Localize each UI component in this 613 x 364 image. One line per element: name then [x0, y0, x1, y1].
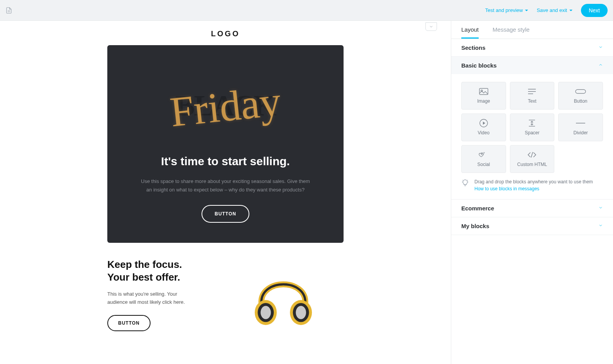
block-button[interactable]: Button: [558, 82, 603, 110]
block-button-label: Button: [574, 98, 588, 104]
ecommerce-label: Ecommerce: [461, 205, 494, 212]
hint-link[interactable]: How to use blocks in messages: [474, 185, 593, 192]
text-icon: [528, 88, 536, 95]
friday-script: Friday: [168, 76, 283, 137]
svg-line-16: [531, 152, 533, 157]
accordion-sections-header[interactable]: Sections: [451, 39, 613, 56]
hero-heading[interactable]: It's time to start selling.: [124, 155, 327, 168]
svg-rect-6: [479, 88, 488, 95]
accordion-ecommerce-header[interactable]: Ecommerce: [451, 200, 613, 217]
email-canvas[interactable]: LOGO BLACK Friday It's time to start sel…: [0, 21, 451, 364]
blocks-hint: Drag and drop the blocks anywhere you wa…: [451, 178, 613, 199]
sidebar-tabs: Layout Message style: [451, 21, 613, 39]
offer-image[interactable]: [223, 258, 344, 332]
sidebar: Layout Message style Sections Basic bloc…: [451, 21, 613, 364]
hint-text: Drag and drop the blocks anywhere you wa…: [474, 178, 593, 185]
spacer-icon: [528, 119, 536, 127]
block-spacer[interactable]: Spacer: [510, 113, 555, 141]
logo-placeholder[interactable]: LOGO: [90, 21, 361, 45]
block-custom-html[interactable]: Custom HTML: [510, 145, 555, 173]
chevron-down-icon: [598, 205, 603, 211]
block-custom-html-label: Custom HTML: [517, 162, 547, 167]
topbar: Test and preview Save and exit Next: [0, 0, 613, 21]
video-icon: [479, 119, 488, 127]
tab-message-style[interactable]: Message style: [493, 21, 530, 39]
hero-block[interactable]: BLACK Friday It's time to start selling.…: [107, 45, 344, 243]
next-button[interactable]: Next: [581, 4, 608, 17]
accordion-my-blocks-header[interactable]: My blocks: [451, 217, 613, 235]
accordion-basic-blocks-header[interactable]: Basic blocks: [451, 57, 613, 74]
block-social[interactable]: Social: [461, 145, 506, 173]
save-file-icon[interactable]: [5, 7, 12, 14]
canvas-collapse-toggle[interactable]: [425, 22, 437, 31]
svg-rect-11: [576, 90, 586, 93]
test-preview-link[interactable]: Test and preview: [485, 7, 528, 13]
caret-down-icon: [525, 10, 528, 11]
code-icon: [527, 151, 537, 159]
social-icon: [478, 151, 489, 159]
block-divider-label: Divider: [573, 130, 588, 135]
offer-text[interactable]: This is what you're selling. Your audien…: [107, 290, 196, 306]
block-video-label: Video: [478, 130, 489, 135]
block-social-label: Social: [477, 162, 490, 167]
accordion-ecommerce: Ecommerce: [451, 200, 613, 217]
chevron-up-icon: [598, 63, 603, 68]
hero-subtext[interactable]: Use this space to share more about your …: [141, 177, 310, 194]
lightbulb-icon: [461, 179, 469, 188]
accordion-my-blocks: My blocks: [451, 217, 613, 235]
blocks-grid: Image Text Button: [451, 74, 613, 178]
offer-section[interactable]: Keep the focus. Your best offer. This is…: [90, 243, 361, 335]
save-exit-label: Save and exit: [537, 7, 567, 13]
block-image-label: Image: [477, 98, 490, 104]
offer-button[interactable]: BUTTON: [107, 315, 151, 331]
block-spacer-label: Spacer: [525, 130, 539, 135]
block-text[interactable]: Text: [510, 82, 555, 110]
chevron-down-icon: [598, 45, 603, 51]
save-exit-link[interactable]: Save and exit: [537, 7, 572, 13]
hero-button[interactable]: BUTTON: [202, 205, 249, 223]
svg-line-20: [467, 180, 467, 180]
accordion-basic-blocks: Basic blocks Image Text: [451, 57, 613, 200]
button-icon: [575, 88, 586, 95]
tab-layout[interactable]: Layout: [461, 21, 479, 39]
test-preview-label: Test and preview: [485, 7, 523, 13]
accordion-sections: Sections: [451, 39, 613, 57]
offer-title-1[interactable]: Keep the focus.: [107, 258, 211, 271]
divider-icon: [576, 119, 586, 127]
block-video[interactable]: Video: [461, 113, 506, 141]
headphones-icon: [247, 258, 320, 332]
svg-point-5: [296, 306, 306, 319]
block-image[interactable]: Image: [461, 82, 506, 110]
sections-label: Sections: [461, 44, 486, 51]
hero-image[interactable]: BLACK Friday: [124, 67, 327, 144]
block-divider[interactable]: Divider: [558, 113, 603, 141]
offer-title-2[interactable]: Your best offer.: [107, 271, 211, 284]
svg-point-2: [261, 306, 271, 319]
svg-line-19: [462, 180, 463, 180]
image-icon: [479, 88, 488, 95]
block-text-label: Text: [528, 98, 536, 104]
basic-blocks-label: Basic blocks: [461, 62, 497, 69]
caret-down-icon: [569, 10, 572, 11]
chevron-down-icon: [598, 223, 603, 229]
my-blocks-label: My blocks: [461, 223, 489, 229]
